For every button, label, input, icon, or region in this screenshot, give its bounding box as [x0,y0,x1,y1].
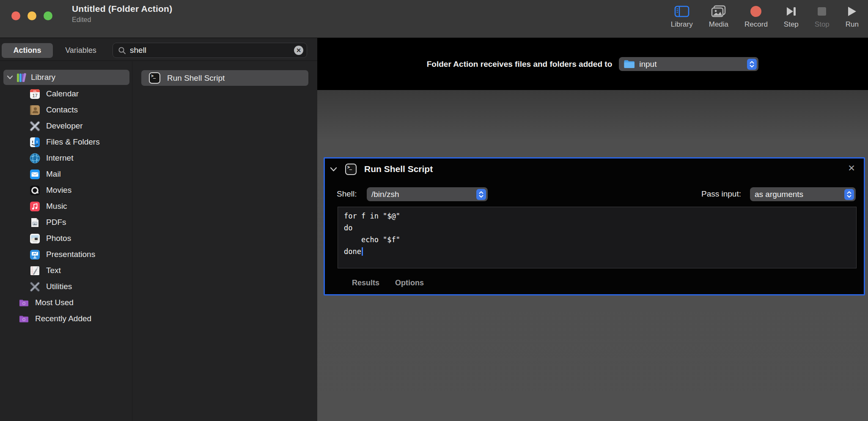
shell-label: Shell: [337,189,357,199]
sidebar-item-label: Calendar [46,89,79,98]
text-cursor [362,247,363,256]
stop-button-label: Stop [815,20,830,29]
sidebar-item-label: Developer [46,121,83,131]
window-title: Untitled (Folder Action) [72,4,172,14]
mail-icon [30,169,40,180]
sidebar-item-label: Movies [46,186,71,195]
actions-list: Run Shell Script [132,61,317,421]
search-input[interactable]: shell ✕ [113,43,307,58]
sidebar-item-label: Utilities [46,282,72,291]
workflow-area: Folder Action receives files and folders… [317,38,868,421]
sidebar-item-utilities[interactable]: Utilities [0,279,132,295]
sidebar-item-label: Mail [46,169,61,179]
quicktime-icon [30,185,40,196]
sidebar-item-most-used[interactable]: Most Used [0,295,132,311]
sidebar-item-calendar[interactable]: JUL 17 Calendar [0,86,132,102]
window-edited-status: Edited [72,16,172,24]
shell-dropdown-value: /bin/zsh [371,190,472,199]
contacts-icon [30,105,40,115]
smart-folder-icon [19,314,29,324]
pass-input-dropdown[interactable]: as arguments [750,187,856,201]
sidebar-item-pdfs[interactable]: PDFs [0,214,132,230]
record-button[interactable]: Record [744,3,768,29]
pass-input-dropdown-value: as arguments [755,190,840,199]
zoom-window-button[interactable] [44,11,52,20]
sidebar-item-label: Most Used [35,298,74,307]
smart-folder-icon [19,298,29,308]
sidebar-item-label: Library [31,73,55,82]
sidebar-item-music[interactable]: Music [0,198,132,214]
sidebar-item-library[interactable]: Library [3,70,129,85]
category-tree: Library JUL 17 Calendar [0,61,132,421]
close-window-button[interactable] [11,11,20,20]
svg-text:17: 17 [32,93,37,98]
dropdown-stepper-icon [476,189,486,200]
title-bar: Untitled (Folder Action) Edited Library [0,0,868,38]
folder-icon [624,59,635,69]
sidebar-item-recently-added[interactable]: Recently Added [0,311,132,327]
step-button[interactable]: Step [784,3,799,29]
library-button-label: Library [671,20,693,29]
text-notepad-icon [30,265,40,276]
library-button[interactable]: Library [671,3,693,29]
stop-icon [816,3,827,19]
tab-variables[interactable]: Variables [58,43,104,58]
sidebar-item-movies[interactable]: Movies [0,182,132,198]
stop-button: Stop [815,3,830,29]
sidebar-item-text[interactable]: Text [0,262,132,279]
library-panel-header: Actions Variables shell ✕ [0,38,317,61]
action-list-item-label: Run Shell Script [167,74,225,83]
library-sidebar-icon [674,3,689,19]
minimize-window-button[interactable] [27,11,36,20]
close-action-button[interactable]: ✕ [846,162,857,174]
sidebar-item-label: Recently Added [35,314,91,323]
photos-icon [30,233,40,244]
sidebar-item-contacts[interactable]: Contacts [0,102,132,118]
action-card-title: Run Shell Script [364,164,433,174]
sidebar-item-label: Contacts [46,105,78,115]
record-icon [750,3,762,19]
tab-variables-label: Variables [65,46,96,55]
workflow-canvas: Run Shell Script ✕ Shell: /bin/zsh Pass … [317,90,868,421]
sidebar-item-mail[interactable]: Mail [0,166,132,182]
sidebar-item-files-folders[interactable]: Files & Folders [0,134,132,150]
search-icon [118,46,126,55]
calendar-icon: JUL 17 [30,89,40,99]
tab-actions[interactable]: Actions [2,43,53,58]
tab-actions-label: Actions [13,46,41,55]
dropdown-stepper-icon [844,189,854,200]
shell-script-editor[interactable]: for f in "$@" do echo "$f" done [338,207,857,268]
input-folder-value: input [639,60,743,69]
shell-script-text: for f in "$@" do echo "$f" done [344,212,400,256]
step-icon [786,3,797,19]
input-folder-dropdown[interactable]: input [619,57,758,71]
action-card-controls: Shell: /bin/zsh Pass input: as arguments [325,187,864,202]
action-list-item-run-shell-script[interactable]: Run Shell Script [141,70,308,86]
toolbar: Library Media Record [655,3,859,29]
tab-results[interactable]: Results [352,279,379,287]
record-button-label: Record [744,20,768,29]
run-button[interactable]: Run [846,3,859,29]
media-button[interactable]: Media [709,3,728,29]
media-button-label: Media [709,20,728,29]
sidebar-item-presentations[interactable]: Presentations [0,246,132,262]
search-clear-button[interactable]: ✕ [294,46,303,55]
action-card-tabs: Results Options [352,279,424,287]
library-books-icon [16,72,27,83]
step-button-label: Step [784,20,799,29]
sidebar-item-developer[interactable]: Developer [0,118,132,134]
sidebar-item-label: Files & Folders [46,137,100,147]
dropdown-stepper-icon [747,59,757,70]
tab-options[interactable]: Options [395,279,424,287]
pass-input-label: Pass input: [701,189,741,199]
collapse-chevron-icon[interactable] [330,167,337,172]
disclosure-chevron-icon[interactable] [3,75,16,79]
library-panel: Actions Variables shell ✕ [0,38,317,421]
finder-icon [30,137,40,148]
terminal-icon [345,164,357,175]
run-icon [846,3,857,19]
sidebar-item-internet[interactable]: Internet [0,150,132,166]
sidebar-item-label: PDFs [46,218,66,227]
shell-dropdown[interactable]: /bin/zsh [367,187,488,201]
sidebar-item-photos[interactable]: Photos [0,230,132,246]
